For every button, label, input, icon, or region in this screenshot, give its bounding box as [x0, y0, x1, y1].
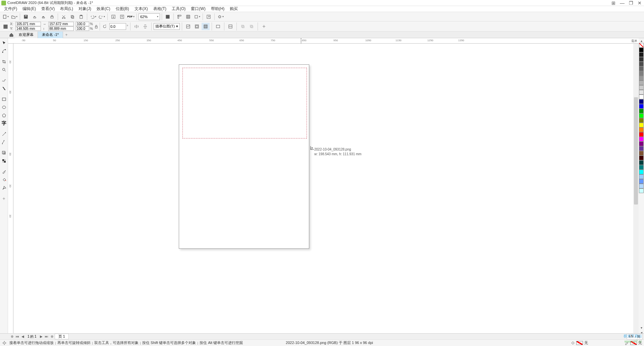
- palette-down-button[interactable]: ▾: [639, 325, 644, 330]
- cloud-down-button[interactable]: [39, 13, 47, 20]
- menu-text[interactable]: 文本(X): [132, 6, 151, 12]
- menu-buy[interactable]: 购买: [227, 6, 240, 12]
- color-swatch[interactable]: [639, 118, 644, 123]
- freehand-tool[interactable]: [0, 77, 8, 84]
- save-button[interactable]: [22, 13, 30, 20]
- text-tool[interactable]: 字: [0, 120, 8, 127]
- page-next-button[interactable]: ▶: [39, 334, 44, 339]
- paste-button[interactable]: [77, 13, 85, 20]
- horizontal-ruler[interactable]: -50 50 150 250 350 450 550 650 750 850 9…: [8, 38, 639, 44]
- pick-tool[interactable]: [0, 39, 8, 47]
- polygon-tool[interactable]: [0, 112, 8, 119]
- menu-edit[interactable]: 编辑(E): [20, 6, 39, 12]
- scrollbar-thumb[interactable]: [634, 97, 638, 205]
- cloud-up-button[interactable]: [31, 13, 39, 20]
- color-swatch[interactable]: [639, 99, 644, 104]
- color-swatch[interactable]: [639, 151, 644, 156]
- color-swatch[interactable]: [639, 160, 644, 165]
- color-swatch[interactable]: [639, 52, 644, 57]
- new-button[interactable]: ▾: [1, 13, 9, 20]
- launch-button[interactable]: [205, 13, 213, 20]
- mirror-h-button[interactable]: [132, 23, 141, 30]
- tab-welcome[interactable]: 欢迎屏幕: [15, 32, 38, 38]
- menu-file[interactable]: 文件(F): [1, 6, 20, 12]
- add-button[interactable]: +: [260, 23, 268, 30]
- menu-object[interactable]: 对象(J): [76, 6, 94, 12]
- rotate-button[interactable]: [101, 23, 109, 30]
- menu-bitmap[interactable]: 位图(B): [113, 6, 132, 12]
- palette-up-button[interactable]: ▴: [639, 38, 644, 43]
- canvas[interactable]: 2022-10-04_093128.png w: 198.543 mm, h: …: [13, 44, 633, 333]
- color-swatch[interactable]: [639, 76, 644, 80]
- color-swatch[interactable]: [639, 48, 644, 52]
- color-swatch[interactable]: [639, 109, 644, 113]
- tab-add-button[interactable]: +: [63, 33, 70, 37]
- wrap-button[interactable]: [214, 23, 222, 30]
- pdf-button[interactable]: PDF▾: [127, 13, 135, 20]
- color-swatch[interactable]: [639, 66, 644, 71]
- color-swatch[interactable]: [639, 170, 644, 174]
- menu-view[interactable]: 查看(V): [39, 6, 57, 12]
- crop-button[interactable]: [202, 23, 210, 30]
- color-swatch[interactable]: [639, 90, 644, 95]
- menu-window[interactable]: 窗口(W): [188, 6, 208, 12]
- vertical-ruler[interactable]: 30 30 30 30 30: [8, 44, 13, 333]
- minimize-button[interactable]: —: [619, 1, 625, 5]
- rectangle-tool[interactable]: [0, 96, 8, 103]
- layout-button[interactable]: ⊞: [610, 1, 616, 5]
- color-swatch[interactable]: [639, 95, 644, 99]
- color-swatch[interactable]: [639, 104, 644, 109]
- copy-button[interactable]: [68, 13, 76, 20]
- menu-table[interactable]: 表格(T): [151, 6, 169, 12]
- mirror-v-button[interactable]: [141, 23, 149, 30]
- vertical-scrollbar[interactable]: [633, 44, 639, 333]
- color-swatch[interactable]: [639, 71, 644, 76]
- color-swatch[interactable]: [639, 127, 644, 132]
- menu-effects[interactable]: 效果(C): [94, 6, 113, 12]
- color-swatch[interactable]: [639, 141, 644, 146]
- width-input[interactable]: [48, 22, 74, 26]
- open-button[interactable]: ▾: [10, 13, 18, 20]
- snap-button[interactable]: ▾: [193, 13, 201, 20]
- fill-indicator[interactable]: 无: [570, 340, 588, 345]
- undo-button[interactable]: ▾: [89, 13, 97, 20]
- menu-tools[interactable]: 工具(O): [169, 6, 188, 12]
- close-button[interactable]: ✕: [637, 1, 643, 5]
- maximize-button[interactable]: ❐: [628, 1, 634, 5]
- fullscreen-button[interactable]: [164, 13, 172, 20]
- color-swatch[interactable]: [639, 132, 644, 137]
- color-swatch[interactable]: [639, 85, 644, 90]
- height-input[interactable]: [48, 26, 74, 31]
- rulers-button[interactable]: [175, 13, 183, 20]
- menu-help[interactable]: 帮助(H): [208, 6, 227, 12]
- order-front-button[interactable]: [239, 23, 247, 30]
- color-swatch[interactable]: [639, 80, 644, 85]
- tab-document[interactable]: 未命名 -1*: [38, 32, 63, 38]
- swatch-nofill[interactable]: [639, 43, 644, 48]
- color-swatch[interactable]: [639, 179, 644, 184]
- page-prev-button[interactable]: ◀: [20, 334, 25, 339]
- color-swatch[interactable]: [639, 146, 644, 151]
- gear-icon[interactable]: [2, 341, 7, 345]
- redo-button[interactable]: ▾: [98, 13, 106, 20]
- color-swatch[interactable]: [639, 174, 644, 179]
- eyedropper-tool[interactable]: [0, 168, 8, 175]
- color-swatch[interactable]: [639, 188, 644, 193]
- add-tool[interactable]: +: [0, 195, 8, 202]
- color-swatch[interactable]: [639, 57, 644, 62]
- y-input[interactable]: [15, 26, 41, 31]
- cut-button[interactable]: [60, 13, 68, 20]
- import-button[interactable]: [109, 13, 117, 20]
- color-swatch[interactable]: [639, 62, 644, 66]
- color-swatch[interactable]: [639, 156, 644, 160]
- resample-button[interactable]: [193, 23, 201, 30]
- fill-tool[interactable]: [0, 176, 8, 183]
- page-first-button[interactable]: ⏮: [15, 334, 20, 339]
- shape-tool[interactable]: [0, 47, 8, 55]
- rotation-input[interactable]: [109, 23, 126, 30]
- color-swatch[interactable]: [639, 113, 644, 118]
- ellipse-tool[interactable]: [0, 104, 8, 111]
- scale-y-input[interactable]: [76, 26, 89, 31]
- page-tab[interactable]: 页 1: [55, 334, 69, 339]
- home-button[interactable]: [8, 33, 15, 37]
